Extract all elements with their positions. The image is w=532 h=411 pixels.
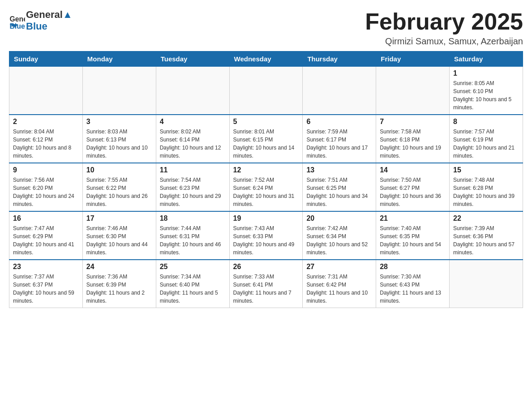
day-info: Sunrise: 8:01 AMSunset: 6:15 PMDaylight:…	[233, 128, 299, 160]
logo-icon: General Blue	[9, 13, 25, 29]
svg-text:General: General	[9, 15, 25, 23]
day-number: 8	[453, 118, 519, 126]
day-number: 4	[160, 118, 226, 126]
day-info: Sunrise: 7:42 AMSunset: 6:34 PMDaylight:…	[306, 224, 372, 257]
day-info: Sunrise: 7:40 AMSunset: 6:35 PMDaylight:…	[380, 224, 446, 257]
day-number: 15	[453, 166, 519, 174]
calendar-cell: 18Sunrise: 7:44 AMSunset: 6:31 PMDayligh…	[156, 211, 229, 260]
calendar-cell: 26Sunrise: 7:33 AMSunset: 6:41 PMDayligh…	[229, 260, 303, 308]
day-info: Sunrise: 7:33 AMSunset: 6:41 PMDaylight:…	[233, 273, 299, 305]
day-number: 24	[86, 263, 152, 271]
calendar-cell	[303, 67, 376, 115]
day-info: Sunrise: 7:46 AMSunset: 6:30 PMDaylight:…	[86, 224, 152, 257]
day-number: 2	[13, 118, 79, 126]
calendar-cell: 4Sunrise: 8:02 AMSunset: 6:14 PMDaylight…	[156, 115, 229, 163]
logo-general-text: General	[26, 9, 63, 20]
weekday-header-saturday: Saturday	[450, 51, 523, 67]
day-info: Sunrise: 8:03 AMSunset: 6:13 PMDaylight:…	[86, 128, 152, 160]
calendar-week-row: 23Sunrise: 7:37 AMSunset: 6:37 PMDayligh…	[9, 260, 523, 308]
weekday-header-friday: Friday	[376, 51, 450, 67]
weekday-header-sunday: Sunday	[9, 51, 83, 67]
calendar-cell: 23Sunrise: 7:37 AMSunset: 6:37 PMDayligh…	[9, 260, 83, 308]
calendar-cell: 2Sunrise: 8:04 AMSunset: 6:12 PMDaylight…	[9, 115, 83, 163]
day-number: 14	[380, 166, 446, 174]
day-number: 9	[13, 166, 79, 174]
day-number: 26	[233, 263, 299, 271]
day-number: 5	[233, 118, 299, 126]
day-info: Sunrise: 7:54 AMSunset: 6:23 PMDaylight:…	[160, 176, 226, 208]
logo: General Blue General▲ Blue	[9, 9, 73, 32]
day-number: 28	[380, 263, 446, 271]
weekday-header-monday: Monday	[82, 51, 156, 67]
calendar-cell: 10Sunrise: 7:55 AMSunset: 6:22 PMDayligh…	[82, 163, 156, 211]
calendar-cell: 5Sunrise: 8:01 AMSunset: 6:15 PMDaylight…	[229, 115, 303, 163]
day-info: Sunrise: 7:52 AMSunset: 6:24 PMDaylight:…	[233, 176, 299, 208]
location-text: Qirmizi Samux, Samux, Azerbaijan	[365, 36, 523, 47]
calendar-cell: 28Sunrise: 7:30 AMSunset: 6:43 PMDayligh…	[376, 260, 450, 308]
day-info: Sunrise: 8:05 AMSunset: 6:10 PMDaylight:…	[453, 79, 519, 111]
calendar-cell: 9Sunrise: 7:56 AMSunset: 6:20 PMDaylight…	[9, 163, 83, 211]
day-number: 18	[160, 214, 226, 223]
weekday-header-row: SundayMondayTuesdayWednesdayThursdayFrid…	[9, 51, 523, 67]
calendar-cell: 17Sunrise: 7:46 AMSunset: 6:30 PMDayligh…	[82, 211, 156, 260]
day-info: Sunrise: 7:48 AMSunset: 6:28 PMDaylight:…	[453, 176, 519, 208]
logo-blue-label: Blue	[26, 21, 47, 32]
calendar-cell: 21Sunrise: 7:40 AMSunset: 6:35 PMDayligh…	[376, 211, 450, 260]
title-block: February 2025 Qirmizi Samux, Samux, Azer…	[365, 9, 523, 47]
month-title: February 2025	[365, 9, 523, 34]
calendar-week-row: 9Sunrise: 7:56 AMSunset: 6:20 PMDaylight…	[9, 163, 523, 211]
calendar-cell	[229, 67, 303, 115]
calendar-cell	[82, 67, 156, 115]
calendar-week-row: 16Sunrise: 7:47 AMSunset: 6:29 PMDayligh…	[9, 211, 523, 260]
day-info: Sunrise: 7:36 AMSunset: 6:39 PMDaylight:…	[86, 273, 152, 305]
calendar-cell: 15Sunrise: 7:48 AMSunset: 6:28 PMDayligh…	[450, 163, 523, 211]
calendar-cell	[376, 67, 450, 115]
calendar-cell: 20Sunrise: 7:42 AMSunset: 6:34 PMDayligh…	[303, 211, 376, 260]
weekday-header-wednesday: Wednesday	[229, 51, 303, 67]
calendar-cell: 24Sunrise: 7:36 AMSunset: 6:39 PMDayligh…	[82, 260, 156, 308]
day-number: 13	[306, 166, 372, 174]
weekday-header-thursday: Thursday	[303, 51, 376, 67]
svg-text:Blue: Blue	[9, 22, 25, 29]
day-info: Sunrise: 7:43 AMSunset: 6:33 PMDaylight:…	[233, 224, 299, 257]
calendar-table: SundayMondayTuesdayWednesdayThursdayFrid…	[9, 51, 523, 308]
weekday-header-tuesday: Tuesday	[156, 51, 229, 67]
logo-blue-text: ▲	[63, 9, 73, 20]
calendar-cell	[9, 67, 83, 115]
day-info: Sunrise: 8:04 AMSunset: 6:12 PMDaylight:…	[13, 128, 79, 160]
day-number: 7	[380, 118, 446, 126]
day-info: Sunrise: 7:57 AMSunset: 6:19 PMDaylight:…	[453, 128, 519, 160]
day-info: Sunrise: 8:02 AMSunset: 6:14 PMDaylight:…	[160, 128, 226, 160]
calendar-cell: 25Sunrise: 7:34 AMSunset: 6:40 PMDayligh…	[156, 260, 229, 308]
day-info: Sunrise: 7:55 AMSunset: 6:22 PMDaylight:…	[86, 176, 152, 208]
calendar-cell: 12Sunrise: 7:52 AMSunset: 6:24 PMDayligh…	[229, 163, 303, 211]
calendar-cell: 1Sunrise: 8:05 AMSunset: 6:10 PMDaylight…	[450, 67, 523, 115]
calendar-cell: 14Sunrise: 7:50 AMSunset: 6:27 PMDayligh…	[376, 163, 450, 211]
calendar-week-row: 2Sunrise: 8:04 AMSunset: 6:12 PMDaylight…	[9, 115, 523, 163]
day-info: Sunrise: 7:51 AMSunset: 6:25 PMDaylight:…	[306, 176, 372, 208]
day-number: 22	[453, 214, 519, 223]
day-number: 20	[306, 214, 372, 223]
day-info: Sunrise: 7:56 AMSunset: 6:20 PMDaylight:…	[13, 176, 79, 208]
calendar-cell: 19Sunrise: 7:43 AMSunset: 6:33 PMDayligh…	[229, 211, 303, 260]
day-number: 19	[233, 214, 299, 223]
day-info: Sunrise: 7:39 AMSunset: 6:36 PMDaylight:…	[453, 224, 519, 257]
page-header: General Blue General▲ Blue February 2025…	[9, 9, 523, 47]
day-number: 6	[306, 118, 372, 126]
day-number: 17	[86, 214, 152, 223]
day-number: 27	[306, 263, 372, 271]
day-number: 21	[380, 214, 446, 223]
calendar-cell: 22Sunrise: 7:39 AMSunset: 6:36 PMDayligh…	[450, 211, 523, 260]
day-info: Sunrise: 7:34 AMSunset: 6:40 PMDaylight:…	[160, 273, 226, 305]
day-number: 12	[233, 166, 299, 174]
day-info: Sunrise: 7:37 AMSunset: 6:37 PMDaylight:…	[13, 273, 79, 305]
day-info: Sunrise: 7:59 AMSunset: 6:17 PMDaylight:…	[306, 128, 372, 160]
logo-text: General▲ Blue	[26, 9, 73, 32]
day-number: 23	[13, 263, 79, 271]
day-info: Sunrise: 7:47 AMSunset: 6:29 PMDaylight:…	[13, 224, 79, 257]
day-number: 11	[160, 166, 226, 174]
day-number: 16	[13, 214, 79, 223]
calendar-cell	[450, 260, 523, 308]
calendar-cell: 7Sunrise: 7:58 AMSunset: 6:18 PMDaylight…	[376, 115, 450, 163]
calendar-cell: 11Sunrise: 7:54 AMSunset: 6:23 PMDayligh…	[156, 163, 229, 211]
